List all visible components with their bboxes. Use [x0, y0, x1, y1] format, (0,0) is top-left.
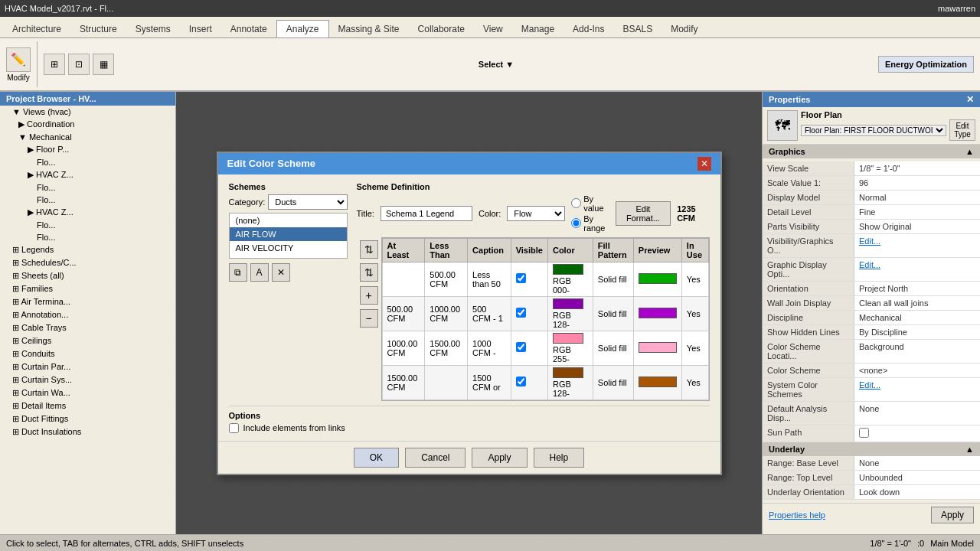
tree-item-sheets[interactable]: ⊞ Sheets (all) — [0, 269, 175, 282]
prop-label: Parts Visibility — [763, 220, 854, 233]
tree-item-curtain-par[interactable]: ⊞ Curtain Par... — [0, 360, 175, 373]
tree-item-conduits[interactable]: ⊞ Conduits — [0, 347, 175, 360]
tree-item-annotation[interactable]: ⊞ Annotation... — [0, 308, 175, 321]
scheme-item-air-velocity[interactable]: AIR VELOCITY — [230, 241, 347, 255]
fill-pattern-cell: Solid fill — [593, 296, 633, 331]
graphics-group-header[interactable]: Graphics ▲ — [763, 145, 980, 158]
tab-modify[interactable]: Modify — [662, 21, 707, 37]
table-row[interactable]: 1500.00 CFM1500 CFM or RGB 128-Solid fil… — [382, 365, 708, 399]
visible-cell[interactable] — [511, 365, 547, 399]
color-dropdown[interactable]: Flow — [507, 206, 565, 221]
move-down-button[interactable]: ⇅ — [360, 263, 378, 282]
scheme-item-air-flow[interactable]: AIR FLOW — [230, 227, 347, 241]
tree-item-mechanical[interactable]: ▼ Mechanical — [0, 131, 175, 143]
prop-edit-link[interactable]: Edit... — [859, 260, 880, 269]
remove-row-button[interactable]: − — [360, 309, 378, 328]
tree-item-hvacp1[interactable]: ▶ HVAC Z... — [0, 168, 175, 181]
tree-item-flo1[interactable]: Flo... — [0, 156, 175, 168]
prop-value: Fine — [854, 205, 980, 219]
tab-architecture[interactable]: Architecture — [3, 21, 70, 37]
table-row[interactable]: 500.00 CFMLess than 50 RGB 000-Solid fil… — [382, 262, 708, 296]
help-button[interactable]: Help — [534, 448, 585, 468]
tree-item-coordination[interactable]: ▶ Coordination — [0, 118, 175, 131]
tab-analyze[interactable]: Analyze — [276, 20, 329, 37]
tree-item-views[interactable]: ▼ Views (hvac) — [0, 106, 175, 118]
visible-cell[interactable] — [511, 296, 547, 331]
rename-scheme-button[interactable]: A — [250, 263, 269, 282]
tree-item-families[interactable]: ⊞ Families — [0, 282, 175, 295]
tab-annotate[interactable]: Annotate — [221, 21, 276, 37]
tab-bsals[interactable]: BSALS — [613, 21, 662, 37]
prop-value[interactable]: Edit... — [854, 234, 980, 257]
visible-cell[interactable] — [511, 262, 547, 296]
move-up-button[interactable]: ⇅ — [360, 240, 378, 259]
tree-item-flo3[interactable]: Flo... — [0, 194, 175, 206]
tree-item-flo4[interactable]: Flo... — [0, 219, 175, 231]
apply-button[interactable]: Apply — [472, 448, 527, 468]
floor-plan-dropdown[interactable]: Floor Plan: FIRST FLOOR DUCTWOI — [801, 125, 946, 136]
by-value-radio[interactable] — [571, 198, 581, 208]
modify-button[interactable]: ✏️ Modify — [6, 47, 31, 82]
tree-item-curtain-sys[interactable]: ⊞ Curtain Sys... — [0, 373, 175, 386]
properties-apply-button[interactable]: Apply — [931, 507, 974, 523]
tree-item-duct-fittings[interactable]: ⊞ Duct Fittings — [0, 412, 175, 425]
properties-title: Properties — [769, 95, 810, 104]
prop-value[interactable]: Edit... — [854, 378, 980, 401]
tab-view[interactable]: View — [474, 21, 512, 37]
ribbon-tool-3[interactable]: ▦ — [93, 54, 114, 75]
prop-value[interactable]: Edit... — [854, 258, 980, 281]
prop-value[interactable] — [854, 425, 980, 442]
table-row[interactable]: 1000.00 CFM1500.00 CFM1000 CFM - RGB 255… — [382, 331, 708, 365]
tree-item-air-terminals[interactable]: ⊞ Air Termina... — [0, 295, 175, 308]
category-dropdown[interactable]: Ducts — [268, 194, 347, 210]
tree-item-legends[interactable]: ⊞ Legends — [0, 243, 175, 256]
edit-format-button[interactable]: Edit Format... — [616, 201, 671, 226]
copy-scheme-button[interactable]: ⧉ — [229, 263, 247, 282]
edit-type-button[interactable]: Edit Type — [949, 119, 975, 141]
prop-value: Clean all wall joins — [854, 296, 980, 310]
scheme-item-none[interactable]: (none) — [230, 214, 347, 227]
tab-collaborate[interactable]: Collaborate — [409, 21, 474, 37]
table-row[interactable]: 500.00 CFM1000.00 CFM500 CFM - 1 RGB 128… — [382, 296, 708, 331]
tree-item-flo5[interactable]: Flo... — [0, 231, 175, 243]
tree-item-ceilings[interactable]: ⊞ Ceilings — [0, 334, 175, 347]
floor-plan-label: Floor Plan — [801, 110, 975, 119]
visible-checkbox[interactable] — [516, 342, 526, 352]
title-input[interactable] — [381, 206, 472, 221]
delete-scheme-button[interactable]: ✕ — [272, 263, 290, 282]
tree-item-flo2[interactable]: Flo... — [0, 181, 175, 194]
tree-item-floorp[interactable]: ▶ Floor P... — [0, 143, 175, 156]
tab-addins[interactable]: Add-Ins — [564, 21, 613, 37]
ribbon-tool-1[interactable]: ⊞ — [44, 54, 65, 75]
ok-button[interactable]: OK — [354, 448, 399, 468]
ribbon-tool-2[interactable]: ⊡ — [68, 54, 90, 75]
prop-label: Range: Base Level — [763, 456, 854, 470]
tab-insert[interactable]: Insert — [180, 21, 221, 37]
visible-checkbox[interactable] — [516, 308, 526, 318]
tab-systems[interactable]: Systems — [126, 21, 180, 37]
tree-item-curtain-wa[interactable]: ⊞ Curtain Wa... — [0, 386, 175, 399]
prop-label: Discipline — [763, 311, 854, 324]
prop-edit-link[interactable]: Edit... — [859, 380, 880, 390]
tree-item-duct-insulations[interactable]: ⊞ Duct Insulations — [0, 425, 175, 439]
dialog-close-button[interactable]: ✕ — [697, 157, 711, 171]
visible-checkbox[interactable] — [516, 273, 526, 283]
tree-item-hvacp2[interactable]: ▶ HVAC Z... — [0, 206, 175, 219]
tab-manage[interactable]: Manage — [512, 21, 564, 37]
include-elements-checkbox[interactable] — [229, 423, 239, 433]
properties-help-link[interactable]: Properties help — [769, 510, 825, 520]
tree-item-schedules[interactable]: ⊞ Schedules/C... — [0, 256, 175, 269]
tree-item-cable-trays[interactable]: ⊞ Cable Trays — [0, 321, 175, 334]
add-row-button[interactable]: + — [360, 286, 378, 305]
underlay-group-header[interactable]: Underlay▲ — [763, 442, 980, 456]
cancel-button[interactable]: Cancel — [405, 448, 466, 468]
visible-cell[interactable] — [511, 331, 547, 365]
visible-checkbox[interactable] — [516, 377, 526, 386]
by-range-radio[interactable] — [571, 218, 581, 228]
properties-close-button[interactable]: ✕ — [966, 94, 974, 105]
tab-structure[interactable]: Structure — [70, 21, 126, 37]
tree-item-detail-items[interactable]: ⊞ Detail Items — [0, 399, 175, 412]
prop-edit-link[interactable]: Edit... — [859, 236, 880, 246]
tab-massing[interactable]: Massing & Site — [329, 21, 409, 37]
sun-path-checkbox[interactable] — [859, 428, 869, 438]
